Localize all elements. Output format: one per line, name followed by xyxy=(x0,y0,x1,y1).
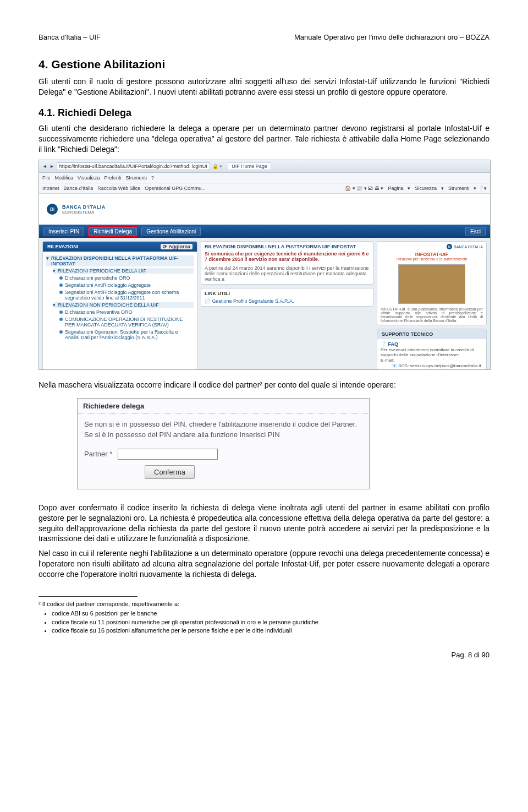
tree-oro-periodiche[interactable]: Dichiarazioni periodiche ORO xyxy=(65,275,130,281)
link-sara[interactable]: Gestione Profilo Segnalante S.A.R.A. xyxy=(212,298,294,304)
infostat-desc: INFOSTAT-UIF è una piattaforma informati… xyxy=(381,307,483,323)
screenshot-home-page: ◄ ► https://infostat-uif.bancaditalia.it… xyxy=(38,160,491,370)
browser-menu-row: File Modifica Visualizza Preferiti Strum… xyxy=(39,173,490,183)
menu-strumenti[interactable]: Strumenti xyxy=(125,175,147,181)
conferma-button[interactable]: Conferma xyxy=(145,465,195,479)
nav-richiedi-delega[interactable]: Richiedi Delega xyxy=(89,227,137,236)
supporto-desc: Per eventuali chiarimenti contattare la … xyxy=(381,347,483,357)
menu-preferiti[interactable]: Preferiti xyxy=(104,175,121,181)
tools-pagina[interactable]: Pagina xyxy=(388,186,403,191)
after-shot2-p1: Dopo aver confermato il codice inserito … xyxy=(38,503,490,544)
doc-header-left: Banca d'Italia – UIF xyxy=(38,33,101,41)
url-field[interactable]: https://infostat-uif.bancaditalia.it/UIF… xyxy=(57,162,210,170)
fav-gpg[interactable]: Operational GPG Commu... xyxy=(145,186,206,191)
bank-logo-icon: BI xyxy=(47,204,58,215)
panel-rilevazioni-title: RILEVAZIONI xyxy=(47,244,78,249)
dialog-text: Se non si è in possesso del PIN, chieder… xyxy=(84,419,362,439)
section-4-p1: Gli utenti con il ruolo di gestore posso… xyxy=(38,77,490,97)
tree-sara[interactable]: Segnalazioni Operazioni Sospette per la … xyxy=(65,329,194,340)
panel-infostat-uif: BIBANCA D'ITALIA INFOSTAT-UIF Istruzioni… xyxy=(377,241,487,325)
tree-antiriciclaggio[interactable]: Segnalazioni AntiRiciclaggio Aggregate xyxy=(65,282,151,288)
page-footer: Pag. 8 di 90 xyxy=(38,651,490,659)
tree-srav[interactable]: COMUNICAZIONE OPERAZIONI DI RESTITUZIONE… xyxy=(65,317,194,328)
tree-nonperiodic[interactable]: RILEVAZIONI NON PERIODICHE DELLA UIF xyxy=(58,302,159,308)
after-shot1-text: Nella maschera visualizzata occorre indi… xyxy=(38,380,490,390)
section-4-1-p1: Gli utenti che desiderano richiedere la … xyxy=(38,123,490,155)
footnote-separator xyxy=(38,596,138,597)
after-shot2-p2: Nel caso in cui il referente neghi l'abi… xyxy=(38,548,490,580)
tools-sicurezza[interactable]: Sicurezza xyxy=(415,186,437,191)
screenshot-richiedere-delega: Richiedere delega Se non si è in possess… xyxy=(77,398,370,489)
panel-link-utili: LINK UTILI 📄 Gestione Profilo Segnalante… xyxy=(201,288,373,307)
tree-root[interactable]: RILEVAZIONI DISPONIBILI NELLA PIATTAFORM… xyxy=(51,255,194,266)
fav-banca[interactable]: Banca d'Italia xyxy=(64,186,94,191)
site-logo-strip: BI BANCA D'ITALIA EUROSISTEMA xyxy=(39,194,490,225)
tools-strumenti[interactable]: Strumenti xyxy=(448,186,470,191)
notice-services: A partire dal 24 marzo 2014 saranno disp… xyxy=(205,265,370,282)
browser-address-bar: ◄ ► https://infostat-uif.bancaditalia.it… xyxy=(39,160,490,173)
section-4-1-title: 4.1. Richiedi Delega xyxy=(38,107,490,119)
footnote-block: ² Il codice del partner corrisponde, ris… xyxy=(38,600,490,635)
footnote-lead: ² Il codice del partner corrisponde, ris… xyxy=(38,600,490,608)
tree-antiriciclaggio-old[interactable]: Segnalazioni AntiRiciclaggio Aggregate c… xyxy=(65,290,194,301)
supporto-sara: SARA: servizio.ari.sara@bancaditalia.it xyxy=(398,369,475,370)
nav-inserisci-pin[interactable]: Inserisci PIN xyxy=(43,227,84,236)
supporto-title: SUPPORTO TECNICO xyxy=(377,329,486,339)
footnote-li2: codice fiscale su 11 posizioni numeriche… xyxy=(52,618,490,626)
infostat-title: INFOSTAT-UIF xyxy=(381,252,483,257)
notice-maintenance: Si comunica che per esigenze tecniche di… xyxy=(205,251,370,262)
partner-input[interactable] xyxy=(118,449,218,460)
nav-esci[interactable]: Esci xyxy=(465,227,486,236)
link-utili-title: LINK UTILI xyxy=(205,291,370,296)
browser-favorites-row: Intranet Banca d'Italia Raccolta Web Sli… xyxy=(39,183,490,194)
supporto-sos: SOS: servizio.ops.helpsos@bancaditalia.i… xyxy=(398,363,481,368)
menu-visualizza[interactable]: Visualizza xyxy=(78,175,100,181)
menu-file[interactable]: File xyxy=(42,175,51,181)
site-logo-sub: EUROSISTEMA xyxy=(62,210,106,215)
panel-supporto: SUPPORTO TECNICO ❔ FAQ Per eventuali chi… xyxy=(377,329,487,370)
doc-header: Banca d'Italia – UIF Manuale Operativo p… xyxy=(38,33,490,41)
section-4-title: 4. Gestione Abilitazioni xyxy=(38,58,490,71)
faq-link[interactable]: FAQ xyxy=(388,341,399,347)
doc-header-right: Manuale Operativo per l'invio delle dich… xyxy=(294,33,490,41)
tree-oro-preventiva[interactable]: Dichiarazione Preventiva ORO xyxy=(65,309,133,315)
footnote-li3: codice fiscale su 16 posizioni alfanumer… xyxy=(52,626,490,635)
nav-gestione-abilitazioni[interactable]: Gestione Abilitazioni xyxy=(141,227,201,236)
back-icon[interactable]: ◄ xyxy=(42,164,47,169)
dialog-title: Richiedere delega xyxy=(78,399,369,414)
aggiorna-button[interactable]: ⟳ Aggiorna xyxy=(161,244,193,249)
infostat-image xyxy=(398,264,465,304)
notice-title: RILEVAZIONI DISPONIBILI NELLA PIATTAFORM… xyxy=(205,244,370,249)
infostat-sub: Istruzioni per l'accesso e le autorizzaz… xyxy=(381,257,483,261)
menu-modifica[interactable]: Modifica xyxy=(55,175,74,181)
panel-notice: RILEVAZIONI DISPONIBILI NELLA PIATTAFORM… xyxy=(201,241,373,285)
fav-raccolta[interactable]: Raccolta Web Slice xyxy=(97,186,140,191)
panel-rilevazioni: RILEVAZIONI ⟳ Aggiorna ▾RILEVAZIONI DISP… xyxy=(42,241,197,370)
footnote-li1: codice ABI su 6 posizioni per le banche xyxy=(52,609,490,618)
partner-label: Partner * xyxy=(84,449,112,459)
fav-intranet[interactable]: Intranet xyxy=(42,186,59,191)
site-nav-bar: Inserisci PIN Richiedi Delega Gestione A… xyxy=(39,225,490,238)
menu-help[interactable]: ? xyxy=(151,175,154,181)
browser-tab[interactable]: UIF Home Page xyxy=(228,162,271,170)
forward-icon[interactable]: ► xyxy=(50,164,54,169)
tree-periodic[interactable]: RILEVAZIONI PERIODICHE DELLA UIF xyxy=(58,268,146,274)
site-logo-text: BANCA D'ITALIA xyxy=(62,204,106,210)
